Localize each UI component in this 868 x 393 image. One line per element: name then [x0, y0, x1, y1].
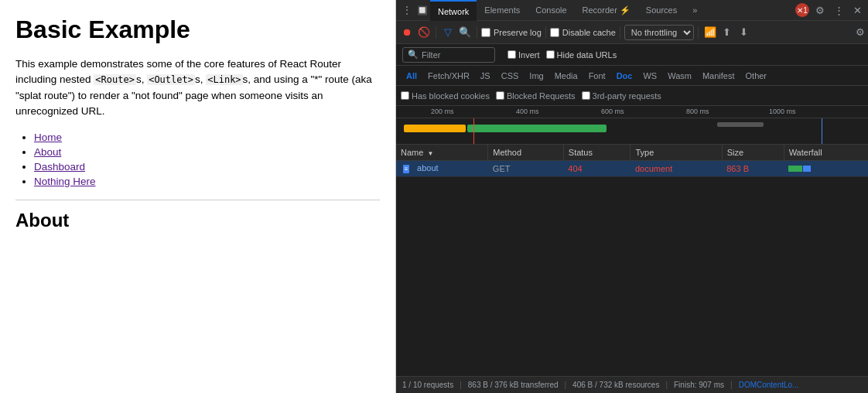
- type-btn-media[interactable]: Media: [549, 70, 583, 82]
- cell-method: GET: [488, 161, 563, 177]
- kebab-menu-icon[interactable]: ⋮: [831, 2, 846, 18]
- network-settings-icon[interactable]: ⚙: [856, 26, 865, 38]
- throttle-select[interactable]: No throttling: [624, 25, 694, 40]
- type-filter-row: All Fetch/XHR JS CSS Img Media Font Doc …: [396, 66, 868, 86]
- timeline-bar-yellow: [404, 125, 466, 132]
- col-waterfall[interactable]: Waterfall: [784, 145, 868, 161]
- ruler-mark-600: 600 ms: [601, 108, 624, 115]
- third-party-requests-checkbox[interactable]: [582, 91, 590, 100]
- filter-bar: 🔍 Filter Invert Hide data URLs: [396, 44, 868, 66]
- waterfall-bar: [788, 165, 863, 173]
- col-type[interactable]: Type: [630, 145, 722, 161]
- devtools-panel: ⋮ 🔲 Network Elements Console Recorder ⚡ …: [396, 0, 868, 393]
- download-icon[interactable]: ⬇: [736, 25, 752, 40]
- nav-list: Home About Dashboard Nothing Here: [34, 132, 380, 187]
- row-name: about: [417, 163, 439, 173]
- timeline-area: 200 ms 400 ms 600 ms 800 ms 1000 ms: [396, 106, 868, 145]
- preserve-log-checkbox[interactable]: [481, 28, 490, 37]
- list-item: About: [34, 146, 380, 158]
- toolbar-separator-4: [620, 26, 620, 39]
- type-btn-all[interactable]: All: [401, 70, 422, 82]
- vline-blue: [822, 118, 822, 145]
- ruler-mark-800: 800 ms: [686, 108, 709, 115]
- network-toolbar: ⏺ 🚫 ▽ 🔍 Preserve log Disable cache No th…: [396, 21, 868, 44]
- dashboard-link[interactable]: Dashboard: [34, 161, 85, 173]
- tab-elements[interactable]: Elements: [477, 0, 528, 21]
- table-header-row: Name ▼ Method Status Type Size Waterfall: [396, 145, 868, 161]
- filter-icon-small: 🔍: [408, 50, 419, 60]
- col-method[interactable]: Method: [488, 145, 563, 161]
- devtools-menu-icon[interactable]: ⋮: [399, 2, 415, 18]
- type-btn-fetch[interactable]: Fetch/XHR: [422, 70, 475, 82]
- type-btn-ws[interactable]: WS: [637, 70, 662, 82]
- ruler-mark-400: 400 ms: [516, 108, 539, 115]
- wifi-icon[interactable]: 📶: [702, 25, 718, 40]
- col-size[interactable]: Size: [722, 145, 784, 161]
- page-title: Basic Example: [15, 15, 380, 44]
- list-item: Nothing Here: [34, 176, 380, 187]
- ruler-mark-200: 200 ms: [431, 108, 454, 115]
- blocked-row: Has blocked cookies Blocked Requests 3rd…: [396, 86, 868, 106]
- upload-icon[interactable]: ⬆: [719, 25, 735, 40]
- left-panel: Basic Example This example demonstrates …: [0, 0, 396, 393]
- list-item: Dashboard: [34, 161, 380, 173]
- toolbar-separator-1: [436, 26, 436, 39]
- type-btn-wasm[interactable]: Wasm: [662, 70, 697, 82]
- blocked-requests-label[interactable]: Blocked Requests: [496, 91, 576, 101]
- devtools-inspect-icon[interactable]: 🔲: [415, 2, 430, 18]
- type-btn-manifest[interactable]: Manifest: [697, 70, 740, 82]
- error-badge[interactable]: ✕1: [795, 3, 809, 17]
- settings-icon[interactable]: ⚙: [812, 2, 828, 18]
- filter-input-wrap[interactable]: 🔍 Filter: [402, 47, 495, 63]
- tab-network[interactable]: Network: [430, 0, 477, 21]
- type-btn-img[interactable]: Img: [524, 70, 548, 82]
- nothing-here-link[interactable]: Nothing Here: [34, 176, 96, 187]
- status-requests: 1 / 10 requests: [402, 381, 453, 389]
- timeline-bar-green: [467, 125, 607, 132]
- record-button[interactable]: ⏺: [399, 25, 415, 40]
- type-btn-js[interactable]: JS: [475, 70, 496, 82]
- blocked-requests-checkbox[interactable]: [496, 91, 504, 100]
- filter-icon[interactable]: ▽: [440, 25, 456, 40]
- tab-recorder[interactable]: Recorder ⚡: [575, 0, 638, 21]
- cell-name: ≡ about: [396, 161, 488, 177]
- hide-data-urls-label[interactable]: Hide data URLs: [546, 50, 617, 60]
- type-btn-css[interactable]: CSS: [496, 70, 525, 82]
- invert-checkbox[interactable]: [507, 50, 516, 59]
- close-icon[interactable]: ✕: [849, 2, 865, 18]
- col-name[interactable]: Name ▼: [396, 145, 488, 161]
- timeline-ruler: 200 ms 400 ms 600 ms 800 ms 1000 ms: [396, 106, 868, 118]
- devtools-tab-bar: ⋮ 🔲 Network Elements Console Recorder ⚡ …: [396, 0, 868, 21]
- tab-more[interactable]: »: [685, 0, 705, 21]
- hide-data-urls-checkbox[interactable]: [546, 50, 555, 59]
- table-row[interactable]: ≡ about GET 404 document 863 B: [396, 161, 868, 177]
- timeline-range-indicator: [717, 122, 764, 127]
- vline-red: [473, 118, 474, 145]
- status-bar: 1 / 10 requests | 863 B / 376 kB transfe…: [396, 376, 868, 393]
- network-table-wrap: Name ▼ Method Status Type Size Waterfall…: [396, 145, 868, 376]
- invert-label[interactable]: Invert: [507, 50, 540, 60]
- has-blocked-cookies-checkbox[interactable]: [401, 91, 409, 100]
- disable-cache-checkbox[interactable]: [550, 28, 559, 37]
- col-status[interactable]: Status: [563, 145, 630, 161]
- tab-console[interactable]: Console: [528, 0, 574, 21]
- search-icon[interactable]: 🔍: [457, 25, 473, 40]
- about-link[interactable]: About: [34, 146, 61, 158]
- clear-button[interactable]: 🚫: [416, 25, 432, 40]
- about-heading: About: [15, 210, 380, 231]
- home-link[interactable]: Home: [34, 132, 62, 143]
- preserve-log-label[interactable]: Preserve log: [481, 28, 542, 37]
- wf-green-bar: [788, 166, 802, 172]
- description: This example demonstrates some of the co…: [15, 56, 380, 119]
- list-item: Home: [34, 132, 380, 143]
- has-blocked-cookies-label[interactable]: Has blocked cookies: [401, 91, 490, 101]
- tab-sources[interactable]: Sources: [638, 0, 685, 21]
- filter-checks: Invert Hide data URLs: [507, 50, 617, 60]
- third-party-requests-label[interactable]: 3rd-party requests: [582, 91, 661, 101]
- type-btn-font[interactable]: Font: [583, 70, 611, 82]
- cell-type: document: [630, 161, 722, 177]
- wf-blue-bar: [803, 166, 811, 172]
- type-btn-doc[interactable]: Doc: [611, 70, 638, 82]
- disable-cache-label[interactable]: Disable cache: [550, 28, 616, 37]
- type-btn-other[interactable]: Other: [740, 70, 773, 82]
